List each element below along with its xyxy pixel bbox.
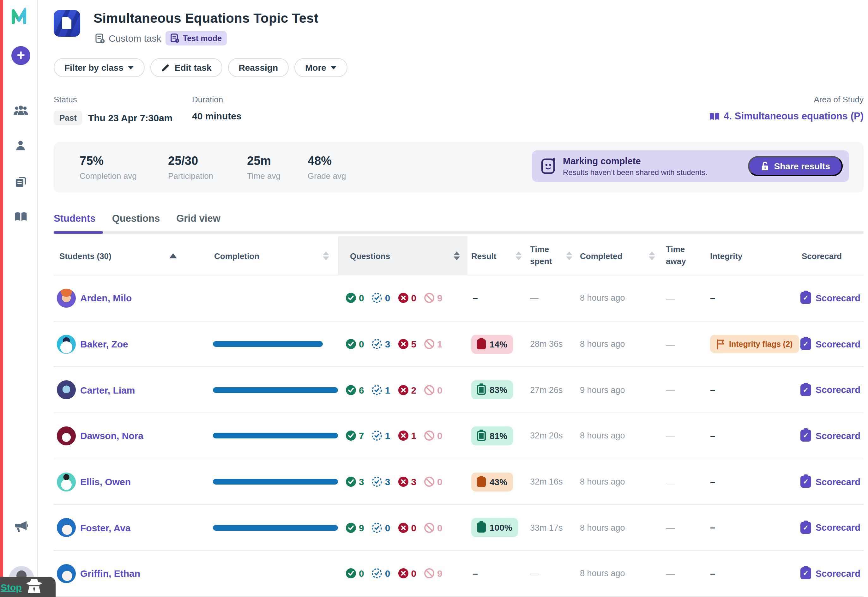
student-avatar[interactable] bbox=[57, 289, 76, 307]
stat-value: 25/30 bbox=[168, 154, 228, 168]
custom-task-label-wrap: Custom task bbox=[95, 33, 162, 44]
stop-impersonation-link[interactable]: Stop bbox=[1, 582, 22, 592]
table-row: Arden, Milo 0 0 bbox=[54, 275, 864, 321]
skipped-count: 9 bbox=[437, 568, 442, 579]
classes-people-icon[interactable] bbox=[3, 105, 38, 116]
check-circle-icon bbox=[346, 385, 356, 395]
student-name-link[interactable]: Foster, Ava bbox=[80, 523, 131, 533]
column-header-time-spent[interactable]: Time spent bbox=[525, 236, 576, 275]
sort-icon bbox=[515, 251, 522, 260]
time-away-dash: — bbox=[666, 569, 675, 579]
incorrect-count: 2 bbox=[411, 385, 416, 395]
correct-count-group: 9 bbox=[346, 523, 364, 533]
student-avatar[interactable] bbox=[57, 518, 76, 537]
share-results-button[interactable]: Share results bbox=[748, 156, 843, 176]
prohibited-icon bbox=[424, 385, 435, 395]
result-empty-dash bbox=[513, 340, 514, 351]
scorecard-clipboard-icon: ✓ bbox=[800, 567, 811, 580]
more-button[interactable]: More bbox=[294, 58, 348, 77]
column-header-scorecard: Scorecard bbox=[800, 236, 864, 275]
student-name-link[interactable]: Dawson, Nora bbox=[80, 431, 143, 441]
scorecard-link[interactable]: ✓ Scorecard bbox=[800, 384, 864, 396]
time-spent-cell: 32m 20s bbox=[525, 431, 576, 441]
table-row: Foster, Ava 9 0 bbox=[54, 505, 864, 551]
textbooks-book-icon[interactable] bbox=[3, 211, 38, 222]
announcements-megaphone-icon[interactable] bbox=[3, 521, 38, 533]
student-cell: Baker, Zoe bbox=[54, 334, 212, 353]
time-away-dash: — bbox=[666, 523, 675, 533]
partial-count: 1 bbox=[385, 431, 390, 441]
column-header-questions[interactable]: Questions bbox=[338, 236, 467, 275]
students-person-icon[interactable] bbox=[3, 140, 38, 151]
scorecard-link[interactable]: ✓ Scorecard bbox=[800, 476, 864, 488]
student-name-link[interactable]: Arden, Milo bbox=[80, 293, 132, 304]
scorecard-label: Scorecard bbox=[816, 523, 861, 533]
questions-cell: 3 3 3 0 bbox=[338, 476, 467, 487]
student-name-link[interactable]: Ellis, Owen bbox=[80, 476, 131, 487]
scorecard-link[interactable]: ✓ Scorecard bbox=[800, 338, 864, 350]
pencil-icon bbox=[162, 63, 170, 72]
dashed-check-circle-icon bbox=[372, 568, 383, 579]
scorecard-label: Scorecard bbox=[816, 293, 861, 303]
scorecard-link[interactable]: ✓ Scorecard bbox=[800, 522, 864, 534]
column-header-students[interactable]: Students (30) bbox=[54, 236, 212, 275]
column-header-completion[interactable]: Completion bbox=[212, 236, 338, 275]
incorrect-count-group: 2 bbox=[398, 385, 416, 395]
create-task-plus-button[interactable]: + bbox=[11, 46, 30, 65]
student-avatar[interactable] bbox=[57, 472, 76, 491]
partial-count-group: 1 bbox=[372, 431, 390, 441]
student-avatar[interactable] bbox=[57, 426, 76, 446]
check-circle-icon bbox=[346, 339, 356, 349]
prohibited-icon bbox=[424, 568, 435, 579]
impersonation-red-stripe bbox=[0, 0, 3, 597]
student-name-link[interactable]: Carter, Liam bbox=[80, 385, 135, 395]
time-spent-cell: 28m 36s bbox=[525, 339, 576, 349]
tasks-documents-icon[interactable] bbox=[3, 176, 38, 188]
correct-count: 0 bbox=[359, 339, 364, 349]
column-header-completed[interactable]: Completed bbox=[576, 236, 662, 275]
edit-task-button[interactable]: Edit task bbox=[151, 58, 223, 77]
scorecard-link[interactable]: ✓ Scorecard bbox=[800, 292, 864, 304]
result-percentage: 81% bbox=[490, 431, 507, 441]
correct-count: 6 bbox=[359, 385, 364, 395]
dashed-check-circle-icon bbox=[372, 523, 383, 533]
time-away-cell: — bbox=[662, 293, 706, 304]
student-avatar[interactable] bbox=[57, 564, 76, 583]
column-header-result[interactable]: Result bbox=[467, 236, 525, 275]
incorrect-count: 5 bbox=[411, 339, 416, 349]
integrity-cell: Integrity flags (2) bbox=[706, 335, 800, 353]
integrity-flags-badge[interactable]: Integrity flags (2) bbox=[710, 335, 799, 353]
time-away-dash: — bbox=[666, 477, 675, 487]
student-avatar[interactable] bbox=[57, 380, 76, 399]
students-header-label: Students (30) bbox=[59, 251, 111, 261]
result-badge: 81% bbox=[471, 426, 513, 446]
tab-students[interactable]: Students bbox=[54, 213, 96, 224]
column-header-integrity: Integrity bbox=[706, 236, 800, 275]
marking-complete-banner: Marking complete Results haven’t been sh… bbox=[532, 150, 849, 182]
completion-progress-bar bbox=[213, 525, 338, 531]
dashed-check-circle-icon bbox=[372, 476, 383, 487]
mathspace-logo-icon[interactable] bbox=[3, 7, 38, 24]
area-of-study-link[interactable]: 4. Simultaneous equations (P) bbox=[708, 111, 864, 122]
completion-progress-bar bbox=[213, 387, 338, 393]
questions-cell: 6 1 2 0 bbox=[338, 385, 467, 395]
stat-value: 25m bbox=[247, 154, 289, 168]
scorecard-link[interactable]: ✓ Scorecard bbox=[800, 430, 864, 442]
completion-progress-bar bbox=[213, 479, 338, 484]
tab-questions[interactable]: Questions bbox=[112, 213, 160, 224]
sidebar: + bbox=[3, 0, 38, 597]
completed-cell: 8 hours ago bbox=[576, 339, 662, 349]
result-cell: 81% bbox=[467, 426, 525, 446]
student-name-link[interactable]: Griffin, Ethan bbox=[80, 568, 140, 579]
share-results-label: Share results bbox=[774, 161, 830, 171]
reassign-button[interactable]: Reassign bbox=[228, 58, 289, 77]
incognito-spy-icon bbox=[25, 578, 43, 596]
scorecard-link[interactable]: ✓ Scorecard bbox=[800, 567, 864, 580]
student-name-link[interactable]: Baker, Zoe bbox=[80, 339, 128, 349]
time-away-dash: — bbox=[666, 385, 675, 395]
tab-grid-view[interactable]: Grid view bbox=[176, 213, 221, 224]
time-spent-cell: 33m 17s bbox=[525, 523, 576, 533]
partial-count-group: 0 bbox=[372, 293, 390, 304]
student-avatar[interactable] bbox=[57, 334, 76, 353]
filter-by-class-button[interactable]: Filter by class bbox=[54, 58, 145, 77]
